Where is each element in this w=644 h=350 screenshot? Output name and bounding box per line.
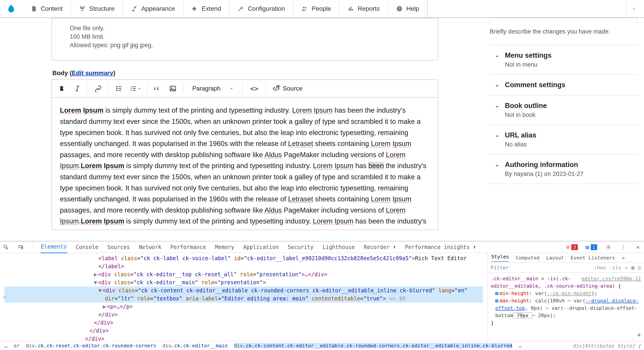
devtools-tab-security[interactable]: Security [287, 241, 314, 253]
file-help-line3: Allowed types: png gif jpg jpeg. [70, 41, 420, 50]
new-rule-icon[interactable]: + [625, 265, 628, 271]
styles-panel: Styles Computed Layout Event Listeners »… [488, 253, 644, 341]
file-icon [30, 5, 37, 12]
chevron-down-icon [230, 86, 234, 90]
rule-checkbox[interactable] [495, 292, 498, 295]
bold-button[interactable] [55, 82, 68, 94]
svg-text:3: 3 [130, 89, 132, 91]
body-field-label: Body (Edit summary) [52, 69, 438, 77]
styles-tabs: Styles Computed Layout Event Listeners » [488, 253, 644, 263]
devtools-tab-console[interactable]: Console [75, 241, 99, 253]
svg-point-10 [278, 85, 280, 87]
tab-extend[interactable]: Extend [183, 0, 230, 17]
devtools-tab-perf-insights[interactable]: Performance insights ⬍ [404, 241, 476, 253]
info-badge[interactable]: ▤1 [586, 244, 597, 250]
admin-toolbar: Content Structure Appearance Extend Conf… [0, 0, 644, 18]
svg-point-9 [171, 87, 172, 88]
accordion-url-alias[interactable]: URL aliasNo alias [490, 125, 637, 154]
styles-tab-computed[interactable]: Computed [516, 255, 539, 261]
chart-icon [348, 5, 354, 12]
toolbar-tabs: Content Structure Appearance Extend Conf… [22, 0, 427, 17]
tab-people[interactable]: People [293, 0, 339, 17]
link-button[interactable] [92, 82, 105, 94]
svg-point-4 [116, 90, 118, 91]
devtools-tab-sources[interactable]: Sources [107, 241, 130, 253]
gear-icon[interactable] [605, 244, 612, 251]
file-help-line1: One file only. [70, 24, 420, 33]
drupal-logo[interactable] [0, 0, 22, 17]
device-icon[interactable] [18, 244, 24, 251]
accordion-book-outline[interactable]: Book outlineNot in book [490, 95, 637, 125]
devtools-tab-memory[interactable]: Memory [214, 241, 235, 253]
sidebar: Briefly describe the changes you have ma… [490, 18, 644, 241]
source-file-link[interactable]: editor.css?rp596b:12 [582, 275, 641, 282]
numbered-list-button[interactable]: 123 [128, 82, 143, 94]
image-button[interactable] [166, 82, 180, 94]
help-icon: ? [396, 5, 403, 12]
chevron-down-icon [494, 51, 500, 68]
styles-tab-events[interactable]: Event Listeners [571, 255, 615, 261]
bullet-list-button[interactable] [112, 82, 126, 94]
editor-content[interactable]: Lorem Ipsum is simply dummy text of the … [52, 98, 438, 230]
devtools-tab-performance[interactable]: Performance [170, 241, 206, 253]
back-to-site-button[interactable] [626, 0, 644, 17]
close-icon[interactable]: ✕ [634, 244, 641, 251]
kebab-icon[interactable]: ⋮ [620, 244, 626, 251]
devtools-tabbar: Elements Console Sources Network Perform… [0, 241, 644, 253]
blockquote-button[interactable] [150, 82, 164, 94]
tab-reports[interactable]: Reports [340, 0, 388, 17]
people-icon [301, 5, 308, 12]
breadcrumb[interactable]: … er div.ck.ck-reset.ck-editor.ck-rounde… [0, 341, 644, 350]
tab-help[interactable]: ?Help [388, 0, 428, 17]
ckeditor-toolbar: 123 Paragraph <> Source [52, 80, 438, 98]
tab-content[interactable]: Content [22, 0, 71, 17]
brush-icon [131, 5, 138, 12]
row-actions-icon[interactable]: ⋯ [0, 293, 9, 301]
devtools-tab-lighthouse[interactable]: Lighthouse [322, 241, 355, 253]
styles-rules[interactable]: editor.css?rp596b:12 .ck-editor__main > … [488, 273, 644, 341]
hov-toggle[interactable]: :hov [594, 265, 606, 271]
inspect-icon[interactable] [3, 244, 10, 251]
svg-point-14 [608, 247, 609, 248]
svg-point-2 [116, 86, 118, 87]
chevron-down-icon [494, 102, 500, 118]
error-badge[interactable]: ⊘3 [566, 244, 578, 250]
edit-summary-link[interactable]: Edit summary [72, 69, 113, 76]
devtools-tab-application[interactable]: Application [243, 241, 279, 253]
file-upload-field: One file only. 100 MB limit. Allowed typ… [52, 18, 438, 60]
devtools-tab-recorder[interactable]: Recorder ⬍ [363, 241, 397, 253]
styles-filter-input[interactable] [491, 265, 590, 271]
puzzle-icon [192, 5, 198, 12]
styles-tab-layout[interactable]: Layout [546, 255, 564, 261]
svg-text:?: ? [398, 7, 400, 11]
html-code-button[interactable]: <> [246, 85, 262, 92]
accordion-menu-settings[interactable]: Menu settingsNot in menu [490, 45, 637, 74]
dom-tree[interactable]: ⋯ <label class="ck ck-label ck-voice-lab… [0, 253, 488, 341]
devtools-tab-network[interactable]: Network [138, 241, 162, 253]
chevron-down-icon [494, 131, 500, 148]
devtools-tab-elements[interactable]: Elements [40, 241, 67, 253]
ckeditor: 123 Paragraph <> Source Lorem Ipsum is s… [52, 79, 438, 230]
chevron-down-icon [494, 81, 500, 89]
add-rule-icon[interactable]: + [637, 330, 641, 340]
tree-icon [79, 5, 86, 12]
accordion-authoring-info[interactable]: Authoring informationBy nayana (1) on 20… [490, 154, 637, 184]
svg-point-3 [116, 88, 118, 89]
rule-checkbox[interactable] [495, 300, 498, 302]
file-help-line2: 100 MB limit. [70, 33, 420, 41]
italic-button[interactable] [71, 82, 84, 94]
revision-log-help: Briefly describe the changes you have ma… [490, 28, 637, 35]
tab-appearance[interactable]: Appearance [123, 0, 183, 17]
tab-configuration[interactable]: Configuration [230, 0, 294, 17]
styles-filter-bar: :hov .cls + ▦ ◫ [488, 263, 644, 273]
chevron-down-icon [494, 161, 500, 177]
source-button[interactable]: Source [270, 85, 305, 92]
panel-icon[interactable]: ◫ [638, 265, 641, 271]
cls-toggle[interactable]: .cls [609, 265, 621, 271]
more-tabs-icon[interactable]: » [622, 255, 625, 261]
flexbox-icon[interactable]: ▦ [632, 265, 634, 271]
styles-tab-styles[interactable]: Styles [491, 254, 509, 262]
accordion-comment-settings[interactable]: Comment settings [490, 74, 637, 95]
tab-structure[interactable]: Structure [71, 0, 123, 17]
heading-dropdown[interactable]: Paragraph [187, 82, 239, 94]
